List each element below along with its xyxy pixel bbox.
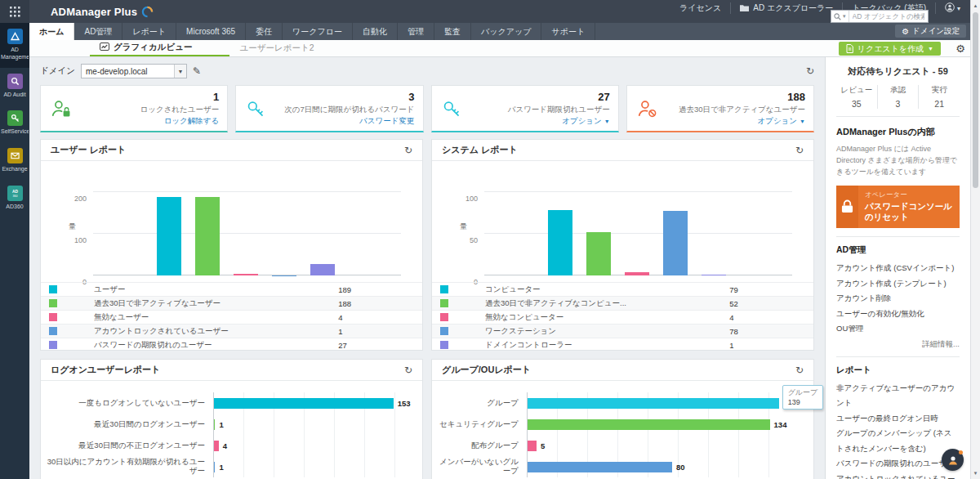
- section-link[interactable]: 非アクティブなユーザーのアカウント: [836, 381, 960, 411]
- sidebar-item-ad-management[interactable]: AD Management: [0, 23, 29, 68]
- legend-row[interactable]: 過去30日で非アクティブなコンピュー...52: [432, 296, 813, 310]
- legend-row[interactable]: コンピューター79: [432, 282, 813, 296]
- section-link[interactable]: グループのメンバーシップ (ネストされたメンバーを含む): [836, 426, 960, 456]
- bar-グループ[interactable]: [528, 398, 779, 409]
- section-link[interactable]: ユーザーの有効化/無効化: [836, 307, 960, 322]
- sidebar-item-selfservice[interactable]: SelfService: [0, 105, 29, 142]
- create-request-button[interactable]: リクエストを作成 ▼: [839, 42, 941, 56]
- section-link[interactable]: OU管理: [836, 321, 960, 337]
- scrollbar-thumb[interactable]: [973, 12, 978, 188]
- section-link[interactable]: ユーザーの最終ログオン日時: [836, 411, 960, 427]
- password-console-banner[interactable]: オペレーター パスワードコンソールのリセット: [836, 186, 960, 228]
- bar-アカウントロックされているユーザー[interactable]: [272, 275, 296, 276]
- bar-無効なユーザー[interactable]: [234, 274, 258, 275]
- section-link[interactable]: アカウント作成 (テンプレート): [836, 276, 960, 292]
- card-action-link[interactable]: オプション▼: [562, 116, 610, 127]
- bar-無効なコンピューター[interactable]: [625, 272, 649, 275]
- main-tab[interactable]: Microsoft 365: [176, 23, 246, 40]
- chat-assistant-button[interactable]: [942, 449, 964, 471]
- bar-一度もログオンしていないユーザー[interactable]: [214, 398, 394, 409]
- chart-plot-area: 0100200量: [93, 176, 401, 275]
- card-action-link[interactable]: ロック解除する: [164, 116, 220, 127]
- main-tab[interactable]: 管理: [398, 23, 434, 40]
- legend-row[interactable]: 無効なユーザー4: [41, 310, 422, 324]
- legend-row[interactable]: ユーザー189: [41, 282, 422, 296]
- refresh-icon[interactable]: ↻: [806, 65, 814, 77]
- refresh-icon[interactable]: ↻: [795, 365, 804, 376]
- hbar-row: 最近30日間のログオンユーザー1: [46, 414, 408, 435]
- legend-row[interactable]: 過去30日で非アクティブなユーザー188: [41, 296, 422, 310]
- refresh-icon[interactable]: ↻: [404, 145, 412, 156]
- main-tab[interactable]: 監査: [434, 23, 471, 40]
- bar-最近30日間のログオンユーザー[interactable]: [214, 419, 215, 430]
- search-input[interactable]: [849, 12, 928, 20]
- page-settings-gear-icon[interactable]: ⚙: [956, 42, 965, 56]
- user-menu-button[interactable]: ▾: [935, 2, 964, 14]
- bar-メンバーがいないグループ[interactable]: [528, 462, 672, 472]
- pending-requests-stats: レビュー35承認3実行21: [836, 85, 960, 109]
- main-tab[interactable]: 委任: [246, 23, 283, 40]
- main-tab[interactable]: ホーム: [29, 23, 74, 40]
- main-tab[interactable]: レポート: [122, 23, 176, 40]
- bar-30日以内にアカウント有効期限が切れるユーザー[interactable]: [214, 462, 215, 472]
- sidebar-item-exchange[interactable]: Exchange: [0, 142, 29, 180]
- sub-tab[interactable]: ユーザーレポート2: [229, 40, 323, 56]
- apps-grid-icon[interactable]: [0, 0, 29, 23]
- main-tab[interactable]: バックアップ: [471, 23, 541, 40]
- topbar-link[interactable]: AD エクスプローラー: [730, 2, 842, 14]
- bar-コンピューター[interactable]: [548, 210, 572, 275]
- legend-row[interactable]: アカウントロックされているユーザー1: [41, 324, 422, 338]
- search-icon[interactable]: ▾: [831, 11, 849, 22]
- card-action-link[interactable]: オプション▼: [757, 116, 805, 127]
- section-link[interactable]: アカウント作成 (CSVインポート): [836, 261, 960, 276]
- card-action-link[interactable]: パスワード変更: [359, 116, 414, 127]
- main-tab[interactable]: ワークフロー: [283, 23, 353, 40]
- bar-ユーザー[interactable]: [157, 197, 181, 275]
- pending-stat-label: 実行: [919, 85, 960, 96]
- bar-過去30日で非アクティブなコンピュー...[interactable]: [586, 232, 611, 275]
- section-link[interactable]: アカウントロックされているユーザー: [836, 472, 960, 479]
- bar-value: 80: [676, 463, 685, 472]
- banner-title: パスワードコンソールのリセット: [865, 201, 953, 223]
- pending-stat-label: レビュー: [836, 85, 877, 96]
- legend-row[interactable]: パスワードの期限切れのユーザー27: [41, 338, 422, 351]
- bar-過去30日で非アクティブなユーザー[interactable]: [195, 197, 220, 275]
- key-icon: [442, 99, 462, 121]
- refresh-icon[interactable]: ↻: [795, 145, 804, 156]
- scroll-up-arrow[interactable]: ▲: [971, 1, 980, 11]
- domain-settings-button[interactable]: ⚙ ドメイン設定: [895, 25, 966, 38]
- legend-row[interactable]: 無効なコンピューター4: [432, 310, 813, 324]
- pending-stat[interactable]: レビュー35: [836, 85, 877, 109]
- bar-value: 1: [219, 420, 223, 429]
- page-scrollbar[interactable]: ▲ ▼: [970, 0, 980, 479]
- bar-ワークステーション[interactable]: [663, 211, 688, 275]
- sub-tab[interactable]: グラフィカルビュー: [90, 40, 229, 56]
- domain-select[interactable]: me-develop.local ▼: [81, 64, 187, 78]
- scroll-down-arrow[interactable]: ▼: [971, 468, 980, 478]
- summary-card: 1ロックされたユーザーロック解除する: [40, 85, 228, 132]
- pending-stat[interactable]: 承認3: [877, 85, 919, 109]
- legend-row[interactable]: ドメインコントローラー1: [432, 338, 813, 351]
- logon-user-report-panel: ログオンユーザーレポート ↻ 一度もログオンしていないユーザー153最近30日間…: [40, 359, 423, 479]
- sidebar-item-ad360[interactable]: AD360AD360: [0, 180, 29, 217]
- bar-セキュリティグループ[interactable]: [528, 419, 770, 430]
- bar-ドメインコントローラー[interactable]: [702, 275, 726, 275]
- main-tab[interactable]: 自動化: [353, 23, 398, 40]
- sidebar-item-ad-audit[interactable]: AD Audit: [0, 68, 29, 105]
- bar-最近30日間の不正ログオンユーザー[interactable]: [214, 441, 219, 451]
- main-tab[interactable]: サポート: [541, 23, 595, 40]
- refresh-icon[interactable]: ↻: [404, 365, 412, 376]
- edit-domain-icon[interactable]: ✎: [193, 65, 201, 77]
- legend-row[interactable]: ワークステーション78: [432, 324, 813, 338]
- legend-value: 27: [338, 341, 347, 350]
- section-link[interactable]: アカウント削除: [836, 291, 960, 307]
- more-info-link[interactable]: 詳細情報...: [836, 339, 960, 350]
- bar-配布グループ[interactable]: [528, 441, 537, 451]
- bar-パスワードの期限切れのユーザー[interactable]: [310, 264, 335, 275]
- system-report-panel: システム レポート ↻ 050100量 コンピューター79過去30日で非アクティ…: [431, 139, 814, 351]
- topbar-link[interactable]: ライセンス: [670, 2, 730, 14]
- panel-title: グループ/OUレポート: [442, 364, 531, 376]
- main-tab[interactable]: AD管理: [74, 23, 122, 40]
- ad-object-search[interactable]: ▾: [831, 10, 929, 23]
- pending-stat[interactable]: 実行21: [918, 85, 960, 109]
